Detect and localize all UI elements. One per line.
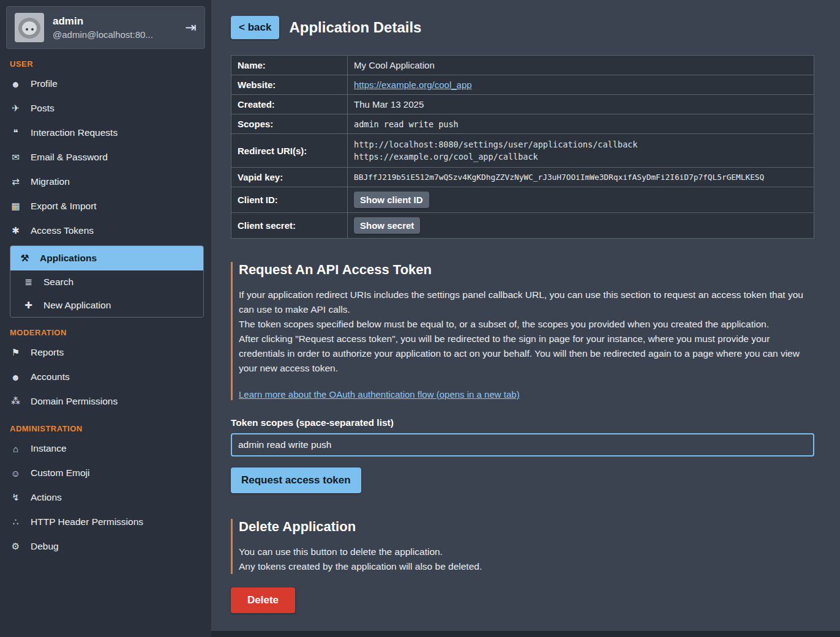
show-secret-button[interactable]: Show secret (354, 217, 420, 234)
back-button[interactable]: < back (231, 16, 279, 39)
detail-key: Website: (231, 75, 348, 95)
token-scopes-input[interactable] (231, 433, 814, 456)
logout-icon[interactable]: ⇥ (186, 21, 197, 34)
sidebar-item-profile[interactable]: ☻ Profile (0, 72, 211, 96)
table-row: Client secret: Show secret (231, 213, 814, 239)
description-paragraph: After clicking "Request access token", y… (239, 332, 814, 376)
main-content: < back Application Details Name: My Cool… (211, 0, 840, 631)
flag-icon: ⚑ (10, 347, 21, 358)
table-row: Vapid key: BBJffJ219b5iE512m7wQSzv4KgKDh… (231, 168, 814, 187)
avatar (15, 13, 44, 42)
sidebar-item-actions[interactable]: ↯ Actions (0, 485, 211, 510)
sidebar-item-domain-permissions[interactable]: ⁂ Domain Permissions (0, 389, 211, 414)
sidebar-item-label: Email & Password (31, 152, 108, 163)
detail-value: Show client ID (348, 187, 814, 213)
sidebar-item-posts[interactable]: ✈ Posts (0, 96, 211, 121)
request-token-description: Request An API Access Token If your appl… (231, 262, 814, 400)
sidebar-item-label: Profile (31, 78, 58, 89)
sidebar-item-debug[interactable]: ⚙ Debug (0, 534, 211, 559)
sidebar-item-reports[interactable]: ⚑ Reports (0, 340, 211, 365)
detail-value: Thu Mar 13 2025 (348, 95, 814, 114)
request-access-token-button[interactable]: Request access token (231, 468, 361, 493)
sidebar-item-applications-search[interactable]: ≣ Search (10, 270, 203, 294)
table-row: Created: Thu Mar 13 2025 (231, 95, 814, 114)
delete-application-section: Delete Application You can use this butt… (231, 519, 814, 613)
dots-cluster-icon: ⁂ (10, 396, 21, 407)
section-label-moderation: MODERATION (10, 328, 201, 337)
sidebar-item-label: New Application (43, 300, 111, 311)
user-nav: ☻ Profile ✈ Posts ❝ Interaction Requests… (0, 72, 211, 318)
sidebar-item-migration[interactable]: ⇄ Migration (0, 169, 211, 194)
detail-key: Client ID: (231, 187, 348, 213)
tools-icon: ⚒ (19, 253, 31, 264)
sidebar-item-custom-emoji[interactable]: ☺ Custom Emoji (0, 461, 211, 485)
user-handle: @admin@localhost:80... (53, 29, 154, 40)
sidebar-item-label: Debug (31, 541, 59, 552)
comment-icon: ❝ (10, 127, 21, 138)
sidebar-item-label: Applications (40, 253, 97, 264)
moderation-nav: ⚑ Reports ☻ Accounts ⁂ Domain Permission… (0, 340, 211, 414)
user-card[interactable]: admin @admin@localhost:80... ⇥ (6, 6, 205, 49)
section-label-administration: ADMINISTRATION (10, 424, 201, 433)
smiley-icon: ☺ (10, 468, 21, 479)
table-row: Client ID: Show client ID (231, 187, 814, 213)
description-paragraph: The token scopes specified below must be… (239, 317, 814, 332)
plus-icon: ✚ (23, 300, 34, 311)
bug-icon: ⚙ (10, 541, 21, 552)
sidebar-item-instance[interactable]: ⌂ Instance (0, 436, 211, 461)
sidebar-item-http-header-permissions[interactable]: ∴ HTTP Header Permissions (0, 510, 211, 534)
header-dots-icon: ∴ (10, 516, 21, 527)
oauth-docs-link[interactable]: Learn more about the OAuth authenticatio… (239, 389, 520, 400)
exchange-arrows-icon: ⇄ (10, 176, 21, 187)
detail-key: Redirect URI(s): (231, 134, 348, 168)
show-client-id-button[interactable]: Show client ID (354, 192, 429, 208)
paper-plane-icon: ✈ (10, 103, 21, 114)
sidebar-item-label: Access Tokens (31, 225, 94, 236)
sidebar-item-new-application[interactable]: ✚ New Application (10, 294, 203, 317)
detail-key: Vapid key: (231, 168, 348, 187)
envelope-lock-icon: ✉ (10, 152, 21, 163)
sidebar-item-label: HTTP Header Permissions (31, 516, 143, 527)
description-paragraph: If your application redirect URIs includ… (239, 288, 814, 317)
user-icon: ☻ (10, 79, 21, 89)
redirect-uri: https://example.org/cool_app/callback (354, 151, 808, 163)
sidebar-item-label: Export & Import (31, 201, 97, 212)
detail-value: Show secret (348, 213, 814, 239)
sidebar-item-applications[interactable]: ⚒ Applications (10, 246, 203, 270)
sidebar-item-accounts[interactable]: ☻ Accounts (0, 365, 211, 389)
sidebar-item-label: Custom Emoji (31, 468, 89, 479)
sidebar-item-label: Posts (31, 103, 54, 114)
delete-heading: Delete Application (239, 519, 814, 535)
website-link[interactable]: https://example.org/cool_app (354, 80, 472, 90)
sidebar-item-label: Migration (31, 176, 70, 187)
detail-value-redirect-uris: http://localhost:8080/settings/user/appl… (348, 134, 814, 168)
table-row: Website: https://example.org/cool_app (231, 75, 814, 95)
table-row: Redirect URI(s): http://localhost:8080/s… (231, 134, 814, 168)
page-header: < back Application Details (231, 16, 814, 39)
user-name: admin (53, 15, 174, 28)
token-request-form: Token scopes (space-separated list) Requ… (231, 417, 814, 493)
application-details-table: Name: My Cool Application Website: https… (231, 55, 814, 239)
sidebar-item-label: Reports (31, 347, 64, 358)
administration-nav: ⌂ Instance ☺ Custom Emoji ↯ Actions ∴ HT… (0, 436, 211, 559)
sidebar-item-interaction-requests[interactable]: ❝ Interaction Requests (0, 121, 211, 145)
sidebar-item-access-tokens[interactable]: ✱ Access Tokens (0, 218, 211, 243)
detail-key: Created: (231, 95, 348, 114)
detail-value: My Cool Application (348, 56, 814, 75)
sidebar-item-export-import[interactable]: ▦ Export & Import (0, 194, 211, 218)
oauth-link-row: Learn more about the OAuth authenticatio… (239, 389, 814, 400)
sidebar-item-label: Search (43, 277, 73, 288)
sidebar-item-label: Interaction Requests (31, 127, 118, 138)
redirect-uri: http://localhost:8080/settings/user/appl… (354, 138, 808, 151)
token-scopes-label: Token scopes (space-separated list) (231, 417, 814, 428)
sitemap-icon: ⌂ (10, 444, 21, 454)
delete-button[interactable]: Delete (231, 587, 295, 613)
users-icon: ☻ (10, 372, 21, 382)
floppy-disk-icon: ▦ (10, 201, 21, 212)
detail-key: Name: (231, 56, 348, 75)
sidebar-item-email-password[interactable]: ✉ Email & Password (0, 145, 211, 169)
detail-value-vapid-key: BBJffJ219b5iE512m7wQSzv4KgKDhgZZVzNyWC_r… (348, 168, 814, 187)
detail-key: Client secret: (231, 213, 348, 239)
request-token-heading: Request An API Access Token (239, 262, 814, 278)
avatar-face (26, 28, 28, 31)
